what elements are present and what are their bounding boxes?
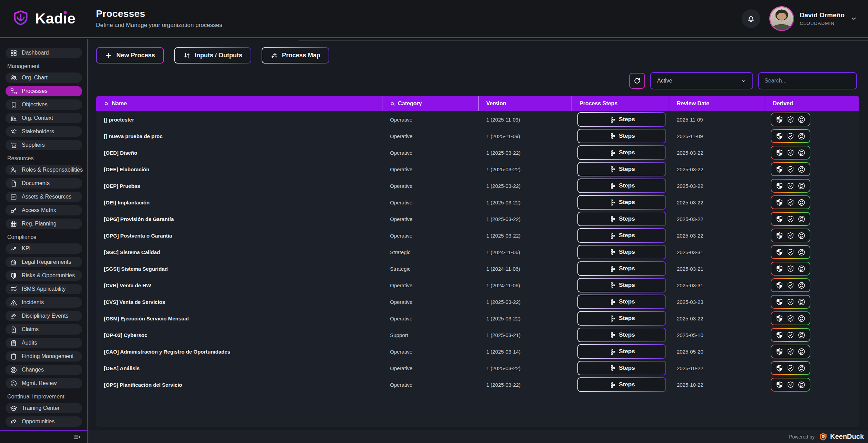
derived-badges[interactable] xyxy=(771,113,810,126)
steps-button[interactable]: Steps xyxy=(577,129,666,143)
chevron-down-icon[interactable] xyxy=(850,15,858,22)
derived-badges[interactable] xyxy=(771,262,810,276)
sidebar-item-assets-resources[interactable]: Assets & Resources xyxy=(6,192,82,202)
sidebar-item-reg-planning[interactable]: Reg. Planning xyxy=(6,219,82,229)
steps-button[interactable]: Steps xyxy=(577,377,666,392)
sidebar-item-roles-responsabilities[interactable]: Roles & Responsabilities xyxy=(6,165,82,175)
column-header-derived[interactable]: Derived xyxy=(765,96,859,111)
derived-badges[interactable] xyxy=(771,311,810,325)
column-header-name[interactable]: Name xyxy=(96,96,382,111)
sidebar-item-objectives[interactable]: Objectives xyxy=(6,99,82,110)
steps-button[interactable]: Steps xyxy=(577,261,666,276)
derived-badges[interactable] xyxy=(771,328,810,342)
steps-button[interactable]: Steps xyxy=(577,278,666,292)
sidebar-item-suppliers[interactable]: Suppliers xyxy=(6,140,82,150)
derived-badges[interactable] xyxy=(771,146,810,160)
steps-button[interactable]: Steps xyxy=(577,145,666,160)
inputs-outputs-button[interactable]: Inputs / Outputs xyxy=(174,47,251,64)
refresh-button[interactable] xyxy=(629,73,645,89)
derived-badges[interactable] xyxy=(771,295,810,309)
column-header-process-steps[interactable]: Process Steps xyxy=(572,96,669,111)
derived-badges[interactable] xyxy=(771,162,810,176)
sidebar-item-disciplinary-events[interactable]: Disciplinary Events xyxy=(6,311,82,321)
derived-badges[interactable] xyxy=(771,278,810,292)
steps-button[interactable]: Steps xyxy=(577,179,666,193)
steps-button[interactable]: Steps xyxy=(577,228,666,243)
sidebar-item-kpi[interactable]: KPI xyxy=(6,243,82,254)
derived-badges[interactable] xyxy=(771,179,810,193)
steps-button[interactable]: Steps xyxy=(577,245,666,259)
table-row[interactable]: [OPS] Planificación del Servicio Operati… xyxy=(96,376,859,393)
steps-button[interactable]: Steps xyxy=(577,195,666,210)
table-row[interactable]: [CAO] Administración y Registro de Oport… xyxy=(96,343,859,360)
column-header-review-date[interactable]: Review Date xyxy=(669,96,765,111)
table-row[interactable]: [CVH] Venta de HW Operative 1 (2024-11-0… xyxy=(96,277,859,293)
steps-button[interactable]: Steps xyxy=(577,162,666,176)
table-row[interactable]: [] proctester Operative 1 (2025-11-09) S… xyxy=(96,111,859,128)
table-row[interactable]: [OEA] Análisis Operative 1 (2025-03-22) … xyxy=(96,360,859,376)
process-map-button[interactable]: Process Map xyxy=(262,47,329,64)
table-row[interactable]: [OSM] Ejecución Servicio Mensual Operati… xyxy=(96,310,859,327)
sidebar-item-stakeholders[interactable]: Stakeholders xyxy=(6,126,82,137)
table-row[interactable]: [OP-03] Cybersoc Support 1 (2025-03-21) … xyxy=(96,327,859,343)
table-row[interactable]: [SGC] Sistema Calidad Strategic 1 (2024-… xyxy=(96,244,859,260)
horizontal-scrollbar[interactable] xyxy=(299,40,868,41)
sidebar-item-access-matrix[interactable]: Access Matrix xyxy=(6,205,82,215)
sidebar-item-processes[interactable]: Processes xyxy=(6,86,82,96)
sidebar-item-documents[interactable]: Documents xyxy=(6,178,82,189)
derived-badges[interactable] xyxy=(771,245,810,259)
sidebar-item-training-center[interactable]: Training Center xyxy=(6,403,82,413)
table-row[interactable]: [OEI] Implantación Operative 1 (2025-03-… xyxy=(96,194,859,211)
steps-button[interactable]: Steps xyxy=(577,328,666,342)
status-filter-select[interactable]: Active xyxy=(650,72,753,89)
sidebar-item-opportunities[interactable]: Opportunities xyxy=(6,416,82,427)
sidebar-item-isms-applicability[interactable]: ISMS Applicability xyxy=(6,284,82,294)
sidebar-item-risks-opportunities[interactable]: Risks & Opportunities xyxy=(6,270,82,281)
sidebar-item-changes[interactable]: Changes xyxy=(6,365,82,375)
search-input[interactable] xyxy=(764,78,851,84)
table-row[interactable]: [OEP] Pruebas Operative 1 (2025-03-22) S… xyxy=(96,177,859,194)
steps-button[interactable]: Steps xyxy=(577,112,666,127)
steps-button[interactable]: Steps xyxy=(577,344,666,359)
steps-button[interactable]: Steps xyxy=(577,361,666,375)
new-process-button[interactable]: New Process xyxy=(96,47,164,64)
sidebar-item-audits[interactable]: Audits xyxy=(6,338,82,348)
table-row[interactable]: [OEE] Elaboración Operative 1 (2025-03-2… xyxy=(96,161,859,177)
refresh-icon xyxy=(633,77,641,85)
derived-badges[interactable] xyxy=(771,229,810,242)
app-logo[interactable]: Kadıe xyxy=(0,10,87,28)
table-row[interactable]: [SGSI] Sistema Seguridad Strategic 1 (20… xyxy=(96,260,859,277)
steps-button[interactable]: Steps xyxy=(577,295,666,309)
sidebar-item-incidents[interactable]: Incidents xyxy=(6,297,82,308)
sparkles-icon xyxy=(271,52,278,59)
table-row[interactable]: [OED] Diseño Operative 1 (2025-03-22) St… xyxy=(96,144,859,161)
table-row[interactable]: [CVS] Venta de Servicios Operative 1 (20… xyxy=(96,293,859,310)
steps-button[interactable]: Steps xyxy=(577,311,666,326)
table-row[interactable]: [GPG] Postventa o Garantía Operative 1 (… xyxy=(96,227,859,244)
derived-badges[interactable] xyxy=(771,345,810,358)
sidebar-item-org-chart[interactable]: Org. Chart xyxy=(6,73,82,83)
sidebar-collapse-icon[interactable] xyxy=(73,433,81,441)
derived-badges[interactable] xyxy=(771,129,810,143)
table-row[interactable]: [] nueva prueba de proc Operative 1 (202… xyxy=(96,128,859,144)
kadie-shield-icon xyxy=(12,10,30,28)
user-role: CLOUDADMIN xyxy=(800,21,845,26)
column-header-version[interactable]: Version xyxy=(479,96,572,111)
sidebar-item-mgmt-review[interactable]: Mgmt. Review xyxy=(6,378,82,388)
notifications-button[interactable] xyxy=(742,9,760,28)
derived-badges[interactable] xyxy=(771,378,810,392)
sidebar-item-finding-management[interactable]: Finding Management xyxy=(6,351,82,362)
steps-button[interactable]: Steps xyxy=(577,212,666,226)
sidebar-item-org-context[interactable]: Org. Context xyxy=(6,113,82,123)
table-row[interactable]: [OPG] Provisión de Garantía Operative 1 … xyxy=(96,211,859,227)
derived-badges[interactable] xyxy=(771,195,810,209)
sidebar-item-dashboard[interactable]: Dashboard xyxy=(6,48,82,58)
sidebar-item-claims[interactable]: Claims xyxy=(6,324,82,335)
shield-check-icon xyxy=(787,132,794,140)
column-header-category[interactable]: Category xyxy=(382,96,479,111)
sidebar-item-legal-requirements[interactable]: Legal Requirements xyxy=(6,257,82,267)
derived-badges[interactable] xyxy=(771,361,810,375)
page-title: Processes xyxy=(96,8,222,19)
derived-badges[interactable] xyxy=(771,212,810,226)
user-avatar[interactable] xyxy=(769,6,794,31)
